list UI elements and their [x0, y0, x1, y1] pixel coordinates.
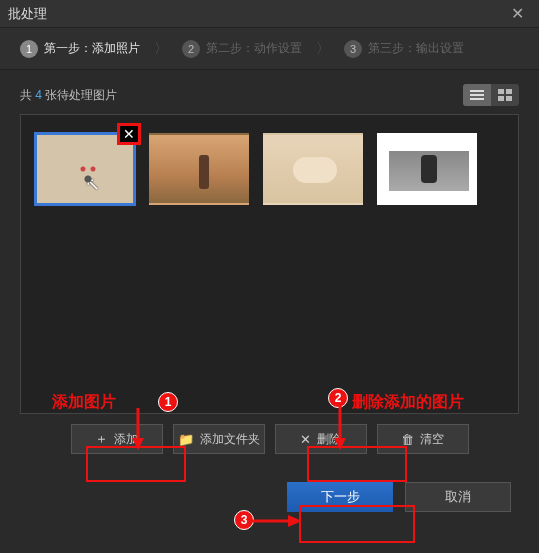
svg-rect-6: [506, 96, 512, 101]
chevron-right-icon: 〉: [316, 40, 330, 58]
chevron-right-icon: 〉: [154, 40, 168, 58]
content-area: 共 4 张待处理图片 ✕ ↖ ＋ 添加 📁 添加: [0, 70, 539, 464]
svg-rect-1: [470, 94, 484, 96]
step-1[interactable]: 1 第一步：添加照片: [10, 36, 150, 62]
thumbnail-2[interactable]: [149, 133, 249, 205]
view-toggle: [463, 84, 519, 106]
delete-button[interactable]: ✕ 删除: [275, 424, 367, 454]
count-row: 共 4 张待处理图片: [20, 84, 519, 106]
count-text: 共 4 张待处理图片: [20, 87, 117, 104]
add-button[interactable]: ＋ 添加: [71, 424, 163, 454]
cursor-icon: ↖: [85, 173, 100, 195]
list-view-icon[interactable]: [463, 84, 491, 106]
footer: 下一步 取消: [0, 464, 539, 530]
step-1-num: 1: [20, 40, 38, 58]
thumbnail-1[interactable]: ✕ ↖: [35, 133, 135, 205]
add-folder-button[interactable]: 📁 添加文件夹: [173, 424, 265, 454]
step-2[interactable]: 2 第二步：动作设置: [172, 36, 312, 62]
svg-rect-4: [506, 89, 512, 94]
trash-icon: 🗑: [401, 432, 414, 447]
step-1-label: 第一步：添加照片: [44, 40, 140, 57]
thumbnail-4[interactable]: [377, 133, 477, 205]
folder-icon: 📁: [178, 432, 194, 447]
thumbnail-delete-icon[interactable]: ✕: [117, 123, 141, 145]
step-2-num: 2: [182, 40, 200, 58]
step-3-label: 第三步：输出设置: [368, 40, 464, 57]
svg-rect-2: [470, 98, 484, 100]
step-2-label: 第二步：动作设置: [206, 40, 302, 57]
step-nav: 1 第一步：添加照片 〉 2 第二步：动作设置 〉 3 第三步：输出设置: [0, 28, 539, 70]
step-3-num: 3: [344, 40, 362, 58]
thumbnail-3[interactable]: [263, 133, 363, 205]
next-button[interactable]: 下一步: [287, 482, 393, 512]
svg-rect-5: [498, 96, 504, 101]
close-icon[interactable]: ✕: [503, 4, 531, 24]
svg-rect-0: [470, 90, 484, 92]
window-title: 批处理: [8, 5, 47, 23]
grid-view-icon[interactable]: [491, 84, 519, 106]
svg-rect-3: [498, 89, 504, 94]
clear-button[interactable]: 🗑 清空: [377, 424, 469, 454]
plus-icon: ＋: [95, 430, 108, 448]
close-icon: ✕: [300, 432, 311, 447]
step-3[interactable]: 3 第三步：输出设置: [334, 36, 474, 62]
title-bar: 批处理 ✕: [0, 0, 539, 28]
cancel-button[interactable]: 取消: [405, 482, 511, 512]
thumbnail-row: ✕ ↖: [35, 133, 504, 205]
action-button-row: ＋ 添加 📁 添加文件夹 ✕ 删除 🗑 清空: [20, 424, 519, 454]
image-grid: ✕ ↖: [20, 114, 519, 414]
